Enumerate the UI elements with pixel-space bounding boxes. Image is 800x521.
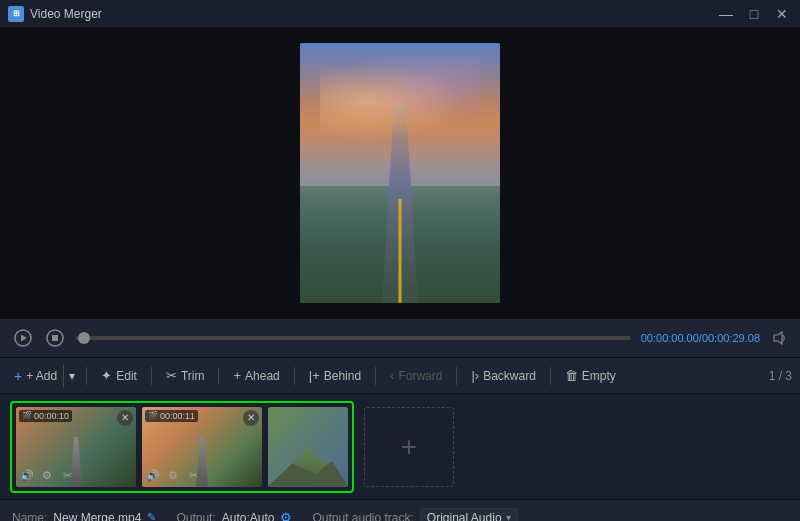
close-button[interactable]: ✕: [772, 4, 792, 24]
ahead-button[interactable]: + Ahead: [225, 363, 287, 389]
svg-marker-4: [774, 332, 782, 344]
title-bar: ⊞ Video Merger — □ ✕: [0, 0, 800, 28]
ahead-icon: +: [233, 368, 241, 383]
audio-track-field: Output audio track: Original Audio ▾: [312, 508, 517, 522]
clip-cut-icon-1[interactable]: ✂: [59, 468, 75, 484]
clip-audio-icon-1[interactable]: 🔊: [19, 468, 35, 484]
add-dropdown-arrow[interactable]: ▾: [63, 365, 80, 387]
minimize-button[interactable]: —: [716, 4, 736, 24]
app-title: Video Merger: [30, 7, 716, 21]
clip-time-badge-1: 🎬 00:00:10: [19, 410, 72, 422]
maximize-button[interactable]: □: [744, 4, 764, 24]
timeline-container: 🎬 00:00:10 ✕ 🔊 ⚙ ✂ 🎬 00:00:11 ✕ 🔊: [10, 401, 354, 493]
separator-2: [151, 367, 152, 385]
add-label: + Add: [26, 369, 57, 383]
app-icon: ⊞: [8, 6, 24, 22]
name-value: New Merge.mp4: [53, 511, 141, 522]
scissors-icon: ✂: [166, 368, 177, 383]
output-label: Output:: [176, 511, 215, 522]
clip-audio-icon-2[interactable]: 🔊: [145, 468, 161, 484]
clip-time-badge-2: 🎬 00:00:11: [145, 410, 198, 422]
add-button[interactable]: + + Add ▾: [8, 363, 80, 389]
progress-bar[interactable]: [76, 336, 631, 340]
separator-4: [294, 367, 295, 385]
progress-thumb[interactable]: [78, 332, 90, 344]
svg-rect-3: [52, 335, 58, 341]
video-preview: [300, 43, 500, 303]
add-clip-button[interactable]: +: [364, 407, 454, 487]
separator-6: [456, 367, 457, 385]
clip-settings-icon-2[interactable]: ⚙: [165, 468, 181, 484]
info-bar: Name: New Merge.mp4 ✎ Output: Auto;Auto …: [0, 499, 800, 521]
output-value: Auto;Auto: [222, 511, 275, 522]
separator-5: [375, 367, 376, 385]
stop-button[interactable]: [44, 327, 66, 349]
clip-cut-icon-2[interactable]: ✂: [185, 468, 201, 484]
clip-actions-1: 🔊 ⚙ ✂: [19, 468, 75, 484]
timeline-area: 🎬 00:00:10 ✕ 🔊 ⚙ ✂ 🎬 00:00:11 ✕ 🔊: [0, 394, 800, 499]
volume-button[interactable]: [770, 329, 788, 347]
output-field: Output: Auto;Auto ⚙: [176, 510, 292, 521]
clip-close-button-2[interactable]: ✕: [243, 410, 259, 426]
clip-settings-icon-1[interactable]: ⚙: [39, 468, 55, 484]
separator-1: [86, 367, 87, 385]
clip-item[interactable]: 🎬 00:00:11 ✕ 🔊 ⚙ ✂: [142, 407, 262, 487]
edit-button[interactable]: ✦ Edit: [93, 363, 145, 389]
behind-icon: |+: [309, 368, 320, 383]
clip-thumbnail-3: [268, 407, 348, 487]
output-settings-icon[interactable]: ⚙: [280, 510, 292, 521]
empty-button[interactable]: 🗑 Empty: [557, 363, 624, 389]
forward-icon: ‹: [390, 368, 394, 383]
clip-close-button-1[interactable]: ✕: [117, 410, 133, 426]
dropdown-arrow-icon: ▾: [506, 512, 511, 521]
trash-icon: 🗑: [565, 368, 578, 383]
svg-marker-1: [21, 335, 27, 342]
name-label: Name:: [12, 511, 47, 522]
name-edit-icon[interactable]: ✎: [147, 511, 156, 521]
trim-button[interactable]: ✂ Trim: [158, 363, 213, 389]
add-button-main[interactable]: + + Add: [8, 364, 63, 388]
forward-button[interactable]: ‹ Forward: [382, 363, 450, 389]
page-info: 1 / 3: [769, 369, 792, 383]
audio-track-label: Output audio track:: [312, 511, 413, 522]
toolbar: + + Add ▾ ✦ Edit ✂ Trim + Ahead |+ Behin…: [0, 358, 800, 394]
time-display: 00:00:00.00/00:00:29.08: [641, 332, 760, 344]
audio-track-dropdown[interactable]: Original Audio ▾: [420, 508, 518, 522]
video-preview-area: [0, 28, 800, 318]
clip-item[interactable]: [268, 407, 348, 487]
separator-7: [550, 367, 551, 385]
clip-actions-2: 🔊 ⚙ ✂: [145, 468, 201, 484]
window-controls: — □ ✕: [716, 4, 792, 24]
separator-3: [218, 367, 219, 385]
name-field: Name: New Merge.mp4 ✎: [12, 511, 156, 522]
clip-item[interactable]: 🎬 00:00:10 ✕ 🔊 ⚙ ✂: [16, 407, 136, 487]
play-button[interactable]: [12, 327, 34, 349]
edit-icon: ✦: [101, 368, 112, 383]
backward-button[interactable]: |› Backward: [463, 363, 543, 389]
behind-button[interactable]: |+ Behind: [301, 363, 369, 389]
playback-controls: 00:00:00.00/00:00:29.08: [0, 318, 800, 358]
backward-icon: |›: [471, 368, 479, 383]
audio-track-value: Original Audio: [427, 511, 502, 522]
